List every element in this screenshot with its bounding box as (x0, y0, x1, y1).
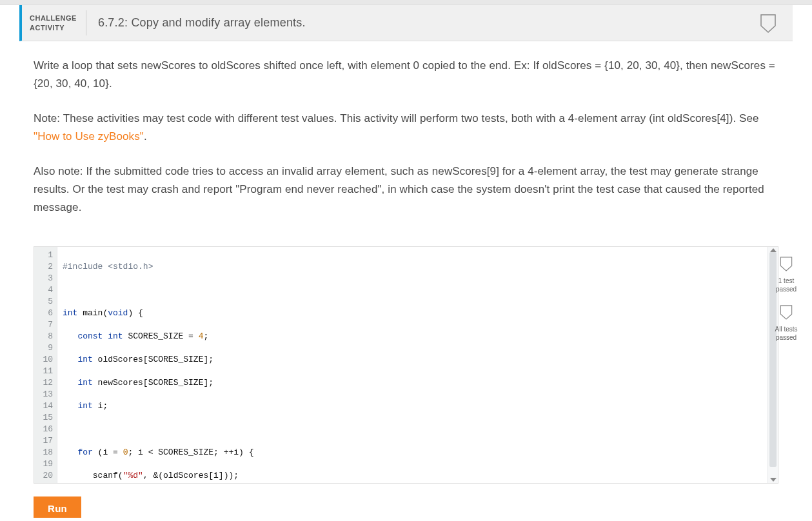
status-text: 1 test (769, 277, 803, 285)
top-divider (0, 0, 812, 5)
line-number: 1 (41, 250, 53, 261)
line-number: 18 (41, 447, 53, 458)
line-number: 8 (41, 331, 53, 342)
activity-title: 6.7.2: Copy and modify array elements. (86, 10, 306, 35)
line-number: 9 (41, 342, 53, 354)
line-number: 4 (41, 284, 53, 296)
line-number: 3 (41, 273, 53, 284)
shield-icon (759, 13, 777, 34)
line-number: 16 (41, 424, 53, 435)
run-button[interactable]: Run (34, 496, 81, 518)
code-editor[interactable]: 1234567891011121314151617181920 #include… (34, 246, 778, 484)
line-number: 14 (41, 400, 53, 412)
line-number: 2 (41, 261, 53, 273)
test-status-sidebar: 1 test passed All tests passed (769, 255, 803, 352)
code-content[interactable]: #include <stdio.h> int main(void) { cons… (57, 247, 767, 483)
activity-description: Write a loop that sets newScores to oldS… (34, 57, 778, 217)
status-text: passed (769, 333, 803, 342)
shield-icon (779, 255, 793, 272)
status-text: All tests (769, 325, 803, 333)
test-status-1: 1 test passed (769, 255, 803, 293)
activity-type-line2: ACTIVITY (30, 23, 77, 32)
howto-link[interactable]: "How to Use zyBooks" (34, 130, 144, 143)
status-text: passed (769, 285, 803, 293)
line-number: 17 (41, 435, 53, 447)
line-number: 11 (41, 366, 53, 377)
line-number: 20 (41, 470, 53, 482)
activity-header: CHALLENGE ACTIVITY 6.7.2: Copy and modif… (19, 5, 793, 41)
scroll-down-icon[interactable] (770, 478, 777, 482)
line-number: 19 (41, 458, 53, 470)
test-status-2: All tests passed (769, 304, 803, 342)
line-number: 7 (41, 319, 53, 331)
description-para-2: Note: These activities may test code wit… (34, 110, 778, 146)
line-number: 6 (41, 308, 53, 319)
description-para-3: Also note: If the submitted code tries t… (34, 162, 778, 217)
line-number: 12 (41, 377, 53, 389)
activity-type-line1: CHALLENGE (30, 14, 77, 23)
activity-completion-badge (759, 13, 777, 35)
activity-body: Write a loop that sets newScores to oldS… (19, 41, 793, 518)
line-number: 10 (41, 354, 53, 366)
description-para-1: Write a loop that sets newScores to oldS… (34, 57, 778, 93)
line-number: 13 (41, 389, 53, 400)
line-number: 5 (41, 296, 53, 308)
line-number-gutter: 1234567891011121314151617181920 (34, 247, 57, 483)
line-number: 15 (41, 412, 53, 424)
shield-icon (779, 304, 793, 320)
activity-type-label: CHALLENGE ACTIVITY (30, 10, 86, 35)
